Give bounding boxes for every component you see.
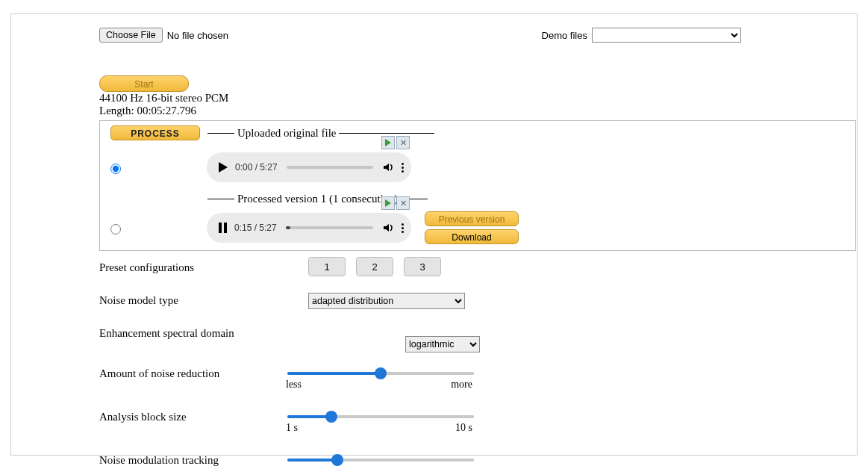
spectral-domain-select[interactable]: logarithmic <box>405 336 480 352</box>
spectral-domain-label: Enhancement spectral domain <box>99 323 249 340</box>
noise-model-select[interactable]: adapted distribution <box>308 293 465 309</box>
more-icon[interactable] <box>402 223 404 233</box>
processed-time: 0:15 / 5:27 <box>234 223 277 233</box>
original-audio-player[interactable]: 0:00 / 5:27 ✕ <box>207 152 411 182</box>
volume-icon[interactable] <box>382 222 394 234</box>
mod-tracking-label: Noise modulation tracking <box>99 450 286 466</box>
noise-reduction-label: Amount of noise reduction <box>99 363 286 380</box>
preset-label: Preset configurations <box>99 257 286 274</box>
popout-play-icon[interactable] <box>381 196 395 210</box>
processed-audio-player[interactable]: 0:15 / 5:27 ✕ <box>207 213 411 243</box>
original-progress[interactable] <box>287 166 373 169</box>
pause-icon[interactable] <box>219 223 227 233</box>
processed-file-legend: Processed version 1 (1 consecutive) <box>237 193 398 205</box>
block-size-max: 10 s <box>455 422 472 434</box>
popout-close-icon[interactable]: ✕ <box>396 196 410 210</box>
previous-version-button[interactable]: Previous version <box>425 211 519 226</box>
original-time: 0:00 / 5:27 <box>235 162 278 173</box>
download-button[interactable]: Download <box>425 229 519 244</box>
preset-2-button[interactable]: 2 <box>356 257 393 276</box>
noise-model-label: Noise model type <box>99 290 286 307</box>
mod-tracking-slider[interactable] <box>287 459 474 462</box>
start-button[interactable]: Start <box>99 75 189 92</box>
preset-3-button[interactable]: 3 <box>404 257 441 276</box>
noise-reduction-slider[interactable] <box>287 372 474 375</box>
demo-files-select[interactable] <box>592 28 741 43</box>
demo-files-label: Demo files <box>542 30 587 41</box>
block-size-label: Analysis block size <box>99 406 286 423</box>
file-status: No file chosen <box>167 30 228 41</box>
choose-file-button[interactable]: Choose File <box>99 28 163 43</box>
select-processed-radio[interactable] <box>110 224 121 234</box>
block-size-min: 1 s <box>286 422 298 434</box>
popout-play-icon[interactable] <box>381 136 395 149</box>
noise-reduction-max: more <box>451 379 472 391</box>
volume-icon[interactable] <box>382 161 394 173</box>
processed-progress[interactable] <box>286 226 373 229</box>
play-icon[interactable] <box>219 162 228 173</box>
audio-format: 44100 Hz 16-bit stereo PCM <box>99 92 857 105</box>
process-section: PROCESS Uploaded original file 0:00 / 5:… <box>99 120 856 251</box>
original-file-legend: Uploaded original file <box>237 127 336 140</box>
block-size-slider[interactable] <box>287 415 474 418</box>
popout-close-icon[interactable]: ✕ <box>396 136 410 149</box>
more-icon[interactable] <box>402 163 404 173</box>
audio-length: Length: 00:05:27.796 <box>99 105 857 117</box>
preset-1-button[interactable]: 1 <box>308 257 346 276</box>
noise-reduction-min: less <box>286 379 302 391</box>
process-button[interactable]: PROCESS <box>110 125 200 140</box>
select-original-radio[interactable] <box>110 164 121 174</box>
